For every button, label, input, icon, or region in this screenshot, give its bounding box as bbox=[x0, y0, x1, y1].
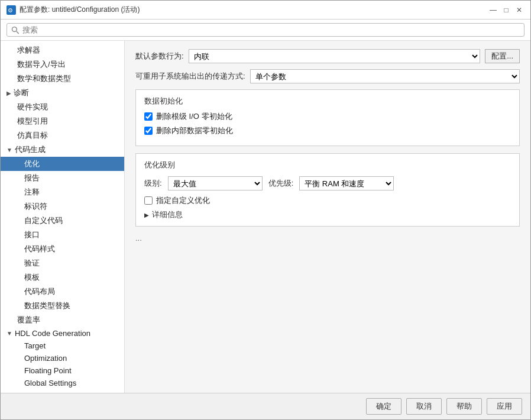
sidebar-item-code-generation[interactable]: ▼ 代码生成 bbox=[1, 143, 124, 157]
confirm-button[interactable]: 确定 bbox=[366, 398, 402, 415]
svg-line-3 bbox=[17, 31, 19, 33]
default-param-select[interactable]: 内联可调可调（不带初始化） bbox=[189, 49, 481, 63]
close-button[interactable]: ✕ bbox=[514, 5, 524, 15]
window-body: 求解器 数据导入/导出 数学和数据类型 ▶ 诊断 硬件实现 模型引用 仿真目标 bbox=[1, 20, 530, 393]
sidebar-item-templates[interactable]: 模板 bbox=[1, 270, 124, 285]
search-icon bbox=[11, 26, 20, 34]
sidebar-item-diagnostics[interactable]: ▶ 诊断 bbox=[1, 86, 124, 100]
window-title: 配置参数: untitled/Configuration (活动) bbox=[20, 5, 140, 15]
data-init-title: 数据初始化 bbox=[144, 96, 511, 106]
sidebar-item-global-settings[interactable]: Global Settings bbox=[1, 377, 124, 389]
checkbox1-label: 删除根级 I/O 零初始化 bbox=[156, 111, 232, 122]
custom-optim-label: 指定自定义优化 bbox=[156, 195, 210, 206]
sidebar-item-code-style[interactable]: 代码样式 bbox=[1, 242, 124, 256]
app-icon: ⚙ bbox=[7, 5, 16, 15]
sidebar-item-model-referencing[interactable]: 模型引用 bbox=[1, 114, 124, 128]
title-bar-left: ⚙ 配置参数: untitled/Configuration (活动) bbox=[7, 5, 140, 15]
reusable-select[interactable]: 单个参数多个参数 bbox=[250, 69, 520, 83]
sidebar-item-target[interactable]: Target bbox=[1, 340, 124, 352]
sidebar-item-coverage[interactable]: 覆盖率 bbox=[1, 313, 124, 327]
priority-label: 优先级: bbox=[268, 178, 294, 189]
sidebar-item-identifiers[interactable]: 标识符 bbox=[1, 199, 124, 214]
reusable-row: 可重用子系统输出出的传递方式: 单个参数多个参数 bbox=[135, 69, 520, 83]
main-window: ⚙ 配置参数: untitled/Configuration (活动) — □ … bbox=[0, 0, 531, 420]
apply-button[interactable]: 应用 bbox=[487, 398, 522, 415]
data-init-section: 数据初始化 删除根级 I/O 零初始化 删除内部数据零初始化 bbox=[135, 89, 520, 146]
default-param-row: 默认参数行为: 内联可调可调（不带初始化） 配置... bbox=[135, 49, 520, 63]
sidebar-item-simulation-target[interactable]: 仿真目标 bbox=[1, 128, 124, 143]
sidebar-item-hdl-optimization[interactable]: Optimization bbox=[1, 352, 124, 364]
minimize-button[interactable]: — bbox=[488, 5, 498, 15]
sidebar-item-data-import-export[interactable]: 数据导入/导出 bbox=[1, 57, 124, 72]
reusable-label: 可重用子系统输出出的传递方式: bbox=[135, 71, 245, 82]
optim-level-section: 优化级别 级别: 最大值最小值自定义 优先级: 平衡 RAM 和速度优化速度优化… bbox=[135, 153, 520, 227]
optim-row: 级别: 最大值最小值自定义 优先级: 平衡 RAM 和速度优化速度优化 RAM bbox=[144, 176, 511, 190]
svg-point-2 bbox=[12, 27, 17, 31]
custom-optim-row: 指定自定义优化 bbox=[144, 195, 511, 206]
search-input[interactable] bbox=[22, 25, 520, 34]
details-arrow-icon: ▶ bbox=[144, 212, 149, 218]
priority-select[interactable]: 平衡 RAM 和速度优化速度优化 RAM bbox=[299, 176, 394, 190]
expand-arrow-icon: ▼ bbox=[7, 147, 12, 153]
sidebar-item-optimization[interactable]: 优化 bbox=[1, 157, 124, 171]
sidebar-item-math-data-types[interactable]: 数学和数据类型 bbox=[1, 72, 124, 86]
checkbox-internal-data[interactable] bbox=[144, 127, 153, 135]
configure-button[interactable]: 配置... bbox=[485, 49, 520, 63]
optim-title: 优化级别 bbox=[144, 160, 511, 170]
sidebar-item-verification[interactable]: 验证 bbox=[1, 256, 124, 270]
sidebar-item-label: 诊断 bbox=[14, 88, 29, 98]
sidebar: 求解器 数据导入/导出 数学和数据类型 ▶ 诊断 硬件实现 模型引用 仿真目标 bbox=[1, 41, 125, 393]
default-param-label: 默认参数行为: bbox=[135, 51, 184, 62]
sidebar-item-solver[interactable]: 求解器 bbox=[1, 43, 124, 57]
level-select[interactable]: 最大值最小值自定义 bbox=[168, 176, 263, 190]
sidebar-item-custom-code[interactable]: 自定义代码 bbox=[1, 214, 124, 228]
sidebar-item-label: HDL Code Generation bbox=[15, 329, 90, 338]
arrow-icon: ▶ bbox=[7, 90, 11, 96]
cancel-button[interactable]: 取消 bbox=[406, 398, 442, 415]
search-bar bbox=[1, 20, 530, 41]
expand-arrow-hdl-icon: ▼ bbox=[7, 330, 12, 337]
title-bar-controls: — □ ✕ bbox=[488, 5, 524, 15]
sidebar-item-hardware-impl[interactable]: 硬件实现 bbox=[1, 100, 124, 114]
title-bar: ⚙ 配置参数: untitled/Configuration (活动) — □ … bbox=[1, 1, 530, 20]
sidebar-item-comments[interactable]: 注释 bbox=[1, 185, 124, 199]
sidebar-item-interface[interactable]: 接口 bbox=[1, 228, 124, 242]
checkbox-row-2: 删除内部数据零初始化 bbox=[144, 125, 511, 136]
dots-text: ... bbox=[135, 234, 520, 243]
checkbox-root-io[interactable] bbox=[144, 112, 153, 121]
main-area: 求解器 数据导入/导出 数学和数据类型 ▶ 诊断 硬件实现 模型引用 仿真目标 bbox=[1, 41, 530, 393]
sidebar-item-report[interactable]: 报告 bbox=[1, 171, 124, 185]
sidebar-item-label: 代码生成 bbox=[15, 144, 46, 155]
content-area: 默认参数行为: 内联可调可调（不带初始化） 配置... 可重用子系统输出出的传递… bbox=[125, 41, 530, 393]
sidebar-item-floating-point[interactable]: Floating Point bbox=[1, 364, 124, 377]
custom-optim-checkbox[interactable] bbox=[144, 196, 153, 205]
checkbox2-label: 删除内部数据零初始化 bbox=[156, 125, 233, 136]
sidebar-item-code-placement[interactable]: 代码布局 bbox=[1, 285, 124, 299]
footer: 确定 取消 帮助 应用 bbox=[1, 393, 530, 419]
help-button[interactable]: 帮助 bbox=[446, 398, 482, 415]
sidebar-item-hdl-code-gen[interactable]: ▼ HDL Code Generation bbox=[1, 327, 124, 340]
sidebar-item-data-type-replace[interactable]: 数据类型替换 bbox=[1, 299, 124, 313]
details-label: 详细信息 bbox=[152, 209, 183, 220]
checkbox-row-1: 删除根级 I/O 零初始化 bbox=[144, 111, 511, 122]
level-label: 级别: bbox=[144, 178, 162, 189]
search-input-wrap bbox=[7, 23, 524, 37]
details-row[interactable]: ▶ 详细信息 bbox=[144, 209, 511, 220]
maximize-button[interactable]: □ bbox=[501, 5, 511, 15]
svg-text:⚙: ⚙ bbox=[8, 7, 13, 14]
